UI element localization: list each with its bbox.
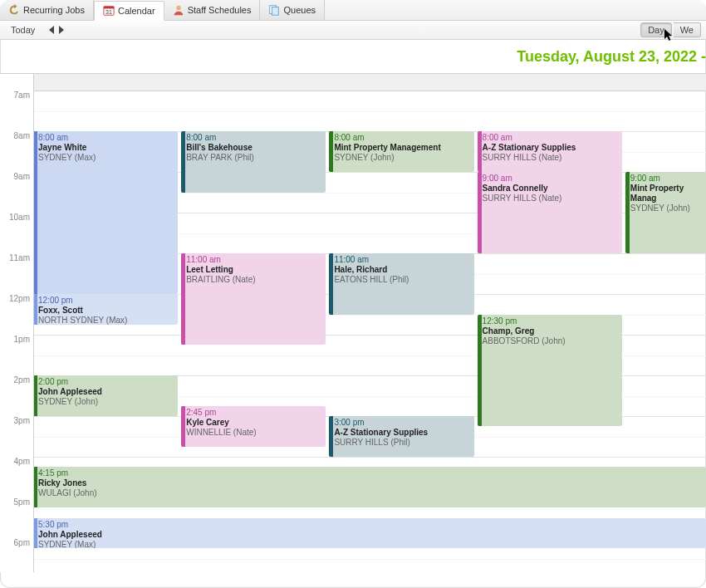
event-time: 11:00 am [186, 255, 322, 265]
date-headline: Tuesday, August 23, 2022 - [0, 40, 706, 74]
event-time: 8:00 am [483, 133, 619, 143]
event-time: 11:00 am [334, 255, 470, 265]
svg-text:31: 31 [105, 9, 112, 15]
event-color-bar [625, 172, 630, 253]
event-title: Jayne White [38, 143, 174, 153]
tab-calendar[interactable]: 31Calendar [94, 1, 164, 21]
hour-label: 12pm [0, 294, 33, 335]
week-view-button[interactable]: We [674, 22, 701, 37]
event-time: 2:00 pm [38, 377, 174, 387]
tab-label: Recurring Jobs [23, 5, 85, 15]
tab-label: Calendar [118, 6, 155, 16]
calendar-event[interactable]: 3:00 pmA-Z Stationary SuppliesSURRY HILL… [329, 416, 473, 457]
time-gutter: 7am8am9am10am11am12pm1pm2pm3pm4pm5pm6pm [0, 74, 34, 572]
event-location: SURRY HILLS (Nate) [483, 194, 619, 203]
event-location: WINNELLIE (Nate) [186, 428, 322, 438]
calendar-event[interactable]: 2:00 pmJohn AppleseedSYDNEY (John) [33, 375, 178, 416]
event-title: A-Z Stationary Supplies [334, 428, 470, 438]
calendar-event[interactable]: 4:15 pmRicky JonesWULAGI (John) [33, 467, 706, 507]
hour-label: 1pm [0, 335, 33, 375]
hour-label: 7am [0, 91, 33, 131]
event-time: 3:00 pm [334, 418, 470, 428]
event-time: 2:45 pm [186, 408, 322, 418]
event-area[interactable]: 8:00 amJayne WhiteSYDNEY (Max)8:00 amBil… [33, 91, 706, 572]
event-color-bar [478, 315, 482, 427]
event-title: Hale, Richard [334, 265, 470, 275]
event-time: 9:00 am [630, 174, 703, 184]
hour-label: 5pm [0, 497, 33, 538]
event-color-bar [181, 406, 185, 447]
event-location: SYDNEY (John) [334, 153, 470, 163]
calendar-event[interactable]: 9:00 amMint Property ManagSYDNEY (John) [625, 172, 706, 253]
today-button[interactable]: Today [5, 22, 41, 37]
event-title: Champ, Greg [483, 326, 619, 336]
event-location: SYDNEY (Max) [38, 540, 703, 549]
event-location: SURRY HILLS (Phil) [334, 438, 470, 448]
event-title: Kyle Carey [186, 418, 322, 428]
calendar-event[interactable]: 8:00 amMint Property ManagementSYDNEY (J… [329, 131, 473, 172]
event-location: BRAY PARK (Phil) [186, 153, 322, 163]
event-title: Mint Property Management [334, 143, 470, 153]
calendar-event[interactable]: 2:45 pmKyle CareyWINNELLIE (Nate) [181, 406, 326, 447]
hour-label: 11am [0, 253, 33, 294]
event-title: Mint Property Manag [630, 184, 703, 203]
day-view-button[interactable]: Day [640, 22, 672, 37]
queues-icon [268, 4, 280, 16]
tab-queues[interactable]: Queues [260, 0, 325, 20]
event-title: A-Z Stationary Supplies [483, 143, 619, 153]
hour-label: 3pm [0, 416, 33, 457]
event-location: SYDNEY (Max) [38, 153, 174, 163]
event-color-bar [181, 253, 185, 345]
calendar-event[interactable]: 8:00 amJayne WhiteSYDNEY (Max) [33, 131, 178, 294]
event-title: Sandra Connelly [483, 184, 619, 194]
tab-recurring-jobs[interactable]: Recurring Jobs [0, 0, 94, 20]
event-location: NORTH SYDNEY (Max) [38, 316, 174, 325]
event-time: 8:00 am [186, 133, 322, 143]
calendar-grid: 7am8am9am10am11am12pm1pm2pm3pm4pm5pm6pm … [0, 74, 706, 572]
event-color-bar [329, 416, 333, 457]
event-location: EATONS HILL (Phil) [334, 275, 470, 285]
hour-label: 8am [0, 131, 33, 172]
prev-arrow-icon[interactable] [49, 26, 54, 34]
calendar-event[interactable]: 8:00 amBill's BakehouseBRAY PARK (Phil) [181, 131, 326, 193]
calendar-toolbar: Today Day We [0, 21, 706, 40]
svg-point-3 [176, 6, 180, 10]
tab-label: Queues [283, 5, 316, 15]
event-location: BRAITLING (Nate) [186, 275, 322, 285]
event-location: SYDNEY (John) [630, 203, 703, 213]
event-title: Foxx, Scott [38, 306, 174, 316]
event-title: Bill's Bakehouse [186, 143, 322, 153]
event-time: 12:30 pm [483, 316, 619, 326]
calendar-event[interactable]: 12:30 pmChamp, GregABBOTSFORD (John) [478, 315, 622, 427]
event-location: WULAGI (John) [38, 488, 703, 498]
calendar-event[interactable]: 8:00 amA-Z Stationary SuppliesSURRY HILL… [478, 131, 622, 172]
event-title: Ricky Jones [38, 478, 703, 488]
calendar-event[interactable]: 9:00 amSandra ConnellySURRY HILLS (Nate) [478, 172, 622, 253]
event-time: 9:00 am [483, 174, 619, 184]
event-time: 12:00 pm [38, 296, 174, 306]
calendar-event[interactable]: 12:00 pmFoxx, ScottNORTH SYDNEY (Max) [33, 294, 178, 325]
hour-label: 10am [0, 213, 33, 253]
event-color-bar [329, 253, 333, 315]
hour-label: 6pm [0, 538, 33, 572]
calendar-icon: 31 [103, 5, 115, 17]
calendar-event[interactable]: 11:00 amHale, RichardEATONS HILL (Phil) [329, 253, 473, 315]
event-time: 5:30 pm [38, 520, 703, 530]
hour-label: 9am [0, 172, 33, 213]
hour-label: 2pm [0, 375, 33, 416]
event-color-bar [329, 131, 333, 172]
event-title: John Appleseed [38, 530, 703, 540]
tab-staff-schedules[interactable]: Staff Schedules [164, 0, 261, 20]
calendar-event[interactable]: 5:30 pmJohn AppleseedSYDNEY (Max) [33, 518, 706, 549]
recurring-icon [8, 4, 20, 16]
all-day-row [0, 74, 706, 91]
event-location: SURRY HILLS (Nate) [483, 153, 619, 163]
event-location: SYDNEY (John) [38, 397, 174, 407]
svg-rect-5 [272, 7, 279, 16]
hour-label: 4pm [0, 457, 33, 497]
event-time: 8:00 am [334, 133, 470, 143]
calendar-event[interactable]: 11:00 amLeet LettingBRAITLING (Nate) [181, 253, 326, 345]
staff-icon [173, 4, 184, 16]
next-arrow-icon[interactable] [59, 26, 64, 34]
tab-bar: Recurring Jobs31CalendarStaff SchedulesQ… [0, 0, 706, 21]
